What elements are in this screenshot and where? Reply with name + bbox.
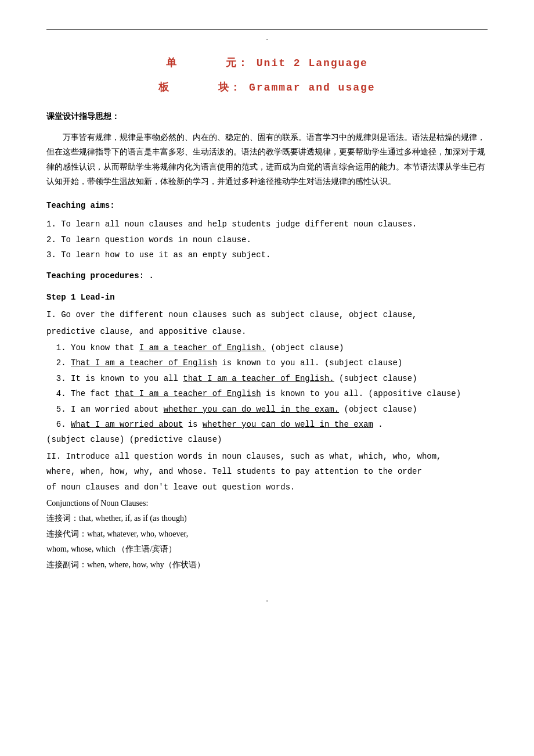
step1-intro-2: predictive clause, and appositive clause…: [46, 325, 488, 338]
step1-heading: Step 1 Lead-in: [46, 291, 488, 304]
ex3-num: 3.: [46, 374, 66, 383]
ex5-after: (object clause): [344, 405, 417, 414]
step1-intro-1: I. Go over the different noun clauses su…: [46, 308, 488, 321]
ex6-period: .: [378, 420, 383, 429]
step1-ii-line3: of noun clauses and don't leave out ques…: [46, 481, 488, 494]
ex2-after: is known to you all. (subject clause): [222, 358, 402, 368]
ex5-num: 5.: [46, 405, 66, 414]
conj2: 连接代词：what, whatever, who, whoever,: [46, 528, 488, 541]
ex6-num: 6.: [46, 420, 66, 429]
unit-value: Unit 2 Language: [257, 57, 368, 69]
aim-1: 1. To learn all noun clauses and help st…: [46, 218, 488, 231]
board-ke: 块：: [218, 82, 241, 93]
ex4-underlined: that I am a teacher of English: [115, 389, 261, 398]
board-title-line: 板 块： Grammar and usage: [46, 79, 488, 96]
example-1: 1. You know that I am a teacher of Engli…: [46, 341, 488, 354]
ex1-underlined: I am a teacher of English.: [139, 343, 266, 352]
board-label: 板: [158, 81, 174, 93]
ex1-num: 1.: [46, 343, 66, 352]
ex6-underlined1: What I am worried about: [71, 420, 183, 429]
ex6-col1: (subject clause): [46, 435, 124, 444]
procedures-heading: Teaching procedures: .: [46, 269, 488, 282]
title-section: 单 元： Unit 2 Language 板 块： Grammar and us…: [46, 55, 488, 96]
ex4-num: 4.: [46, 389, 66, 398]
top-line: [46, 29, 488, 30]
step1-ii-line1: II. Introduce all question words in noun…: [46, 450, 488, 463]
aim-3: 3. To learn how to use it as an empty su…: [46, 249, 488, 261]
example-4: 4. The fact that I am a teacher of Engli…: [46, 387, 488, 400]
step1-ii-line2: where, when, how, why, and whose. Tell s…: [46, 465, 488, 478]
conj1: 连接词：that, whether, if, as if (as though): [46, 512, 488, 525]
ex2-underlined: That I am a teacher of English: [71, 358, 217, 368]
ex1-before: You know that: [71, 343, 139, 352]
board-value: Grammar and usage: [249, 82, 376, 93]
bottom-dot: .: [46, 595, 488, 606]
conj2b: whom, whose, which （作主语/宾语）: [46, 543, 488, 556]
unit-label: 单: [166, 57, 181, 69]
example-6-line1: 6. What I am worried about is whether yo…: [46, 418, 488, 431]
ex6-mid: is: [188, 420, 203, 429]
example-6-line2: (subject clause) (predictive clause): [46, 433, 488, 446]
aims-list: 1. To learn all noun clauses and help st…: [46, 218, 488, 261]
aim-2: 2. To learn question words in noun claus…: [46, 233, 488, 246]
ex1-after: (object clause): [270, 343, 344, 352]
section1-heading: 课堂设计指导思想：: [46, 110, 488, 123]
example-5: 5. I am worried about whether you can do…: [46, 403, 488, 416]
section1-paragraph: 万事皆有规律，规律是事物必然的、内在的、稳定的、固有的联系。语言学习中的规律则是…: [46, 130, 488, 189]
example-3: 3. It is known to you all that I am a te…: [46, 372, 488, 385]
ex6-underlined2: whether you can do well in the exam: [203, 420, 373, 429]
unit-title-line: 单 元： Unit 2 Language: [46, 55, 488, 72]
ex6-col2: (predictive clause): [129, 435, 222, 444]
example-2: 2. That I am a teacher of English is kno…: [46, 357, 488, 369]
unit-ke: 元：: [226, 57, 249, 69]
ex4-after: is known to you all. (appositive clause): [266, 389, 461, 398]
ex3-before: It is known to you all: [71, 374, 183, 383]
ex2-num: 2.: [46, 358, 66, 368]
teaching-aims-heading: Teaching aims:: [46, 199, 488, 212]
ex5-before: I am worried about: [71, 405, 164, 414]
top-dot: .: [46, 33, 488, 44]
ex3-after: (subject clause): [339, 374, 417, 383]
ex3-underlined: that I am a teacher of English.: [183, 374, 334, 383]
conjunctions-heading: Conjunctions of Noun Clauses:: [46, 497, 488, 510]
conj3: 连接副词：when, where, how, why（作状语）: [46, 559, 488, 571]
examples-list: 1. You know that I am a teacher of Engli…: [46, 341, 488, 447]
ex5-underlined: whether you can do well in the exam.: [164, 405, 339, 414]
ex4-before: The fact: [71, 389, 115, 398]
